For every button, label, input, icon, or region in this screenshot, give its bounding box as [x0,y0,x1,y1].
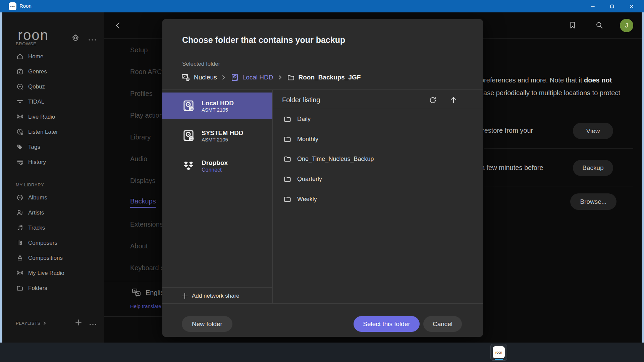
live-radio-icon [16,113,24,121]
plus-icon [181,293,188,299]
select-this-folder-button[interactable]: Select this folder [354,316,420,332]
ellipsis-icon [89,323,97,326]
browse-button[interactable]: Browse... [570,193,616,210]
folder-row-daily[interactable]: Daily [283,112,311,126]
sidebar-item-history[interactable]: History [2,155,104,170]
browse-list: Home Genres Qobuz TIDAL Live Radio Liste… [2,49,104,170]
albums-icon [16,194,24,202]
sidebar-item-live-radio[interactable]: Live Radio [2,109,104,124]
roon-logo: roon [18,27,49,43]
add-playlist-button[interactable] [75,319,82,327]
plus-icon [75,319,82,326]
roon-active-app-icon[interactable]: roon [490,344,507,361]
add-share-divider [162,287,272,288]
sidebar-more-button[interactable] [88,37,97,43]
sidebar-item-tags[interactable]: Tags [2,139,104,155]
genres-icon [16,68,24,76]
my-live-radio-icon [16,269,24,277]
tags-icon [16,143,24,151]
bookmark-icon [568,21,577,29]
selected-folder-label: Selected folder [182,61,220,67]
roon-window: roon Roon roon BROWSE Home [0,0,644,362]
maximize-icon [610,4,614,9]
folder-icon [283,115,292,123]
sidebar-item-albums[interactable]: Albums [2,190,104,205]
add-network-share-button[interactable]: Add network share [181,289,239,303]
playlists-row: PLAYLISTS [16,316,96,330]
hdd-globe-icon [181,99,196,113]
roon-app-icon: roon [9,2,16,10]
hdd-globe-icon [181,129,196,143]
view-button[interactable]: View [573,123,613,139]
sidebar-item-tracks[interactable]: Tracks [2,220,104,235]
hdd-icon [230,73,239,82]
breadcrumb-local-hdd[interactable]: Local HDD [230,73,273,82]
sidebar-item-genres[interactable]: Genres [2,64,104,79]
sidebar-item-qobuz[interactable]: Qobuz [2,79,104,94]
cancel-button[interactable]: Cancel [423,316,462,332]
sidebar-item-tidal[interactable]: TIDAL [2,94,104,109]
folder-row-weekly[interactable]: Weekly [283,192,317,206]
chevron-right-icon [278,75,282,80]
refresh-icon [428,96,437,104]
search-button[interactable] [595,21,604,30]
back-button[interactable] [113,21,123,30]
folder-row-monthly[interactable]: Monthly [283,132,318,146]
qobuz-icon [16,83,24,91]
arrow-up-icon [449,96,458,104]
tidal-icon [16,98,24,106]
close-button[interactable] [624,0,639,12]
folder-icon [283,195,292,203]
help-translate-link[interactable]: Help translate [130,303,161,309]
panel-top-divider [162,89,483,90]
sidebar-item-folders[interactable]: Folders [2,281,104,296]
drive-row-dropbox[interactable]: Dropbox Connect [162,153,272,179]
breadcrumb-nucleus[interactable]: Nucleus [181,73,217,82]
minimize-button[interactable] [585,0,600,12]
sidebar-item-my-live-radio[interactable]: My Live Radio [2,265,104,281]
settings-gear-button[interactable] [71,34,79,43]
chevron-right-icon [43,321,47,325]
folder-icon [287,73,295,82]
sidebar-item-artists[interactable]: Artists [2,205,104,220]
sidebar-item-listen-later[interactable]: Listen Later [2,124,104,139]
history-icon [16,158,24,166]
refresh-button[interactable] [425,93,440,107]
browse-section-label: BROWSE [16,41,36,46]
tracks-icon [16,224,24,232]
breadcrumb: Nucleus Local HDD Roon_Backups_JGF [181,71,361,84]
new-folder-button[interactable]: New folder [182,316,232,332]
dropbox-icon [181,159,196,173]
backup-button[interactable]: Backup [573,160,613,176]
playlists-label[interactable]: PLAYLISTS [16,321,41,326]
folder-icon [283,155,292,163]
window-title: Roon [19,3,32,9]
window-left-edge [0,12,2,343]
listing-header-divider [272,108,483,108]
composers-icon [16,239,24,247]
up-directory-button[interactable] [446,93,461,107]
sidebar-item-compositions[interactable]: Compositions [2,250,104,265]
choose-folder-dialog: Choose folder that contains your backup … [162,19,483,337]
folder-row-one-time-nucleus-backup[interactable]: One_Time_Nucleus_Backup [283,152,374,166]
bookmark-button[interactable] [568,21,578,30]
active-indicator [495,359,503,360]
chevron-right-icon [221,75,226,80]
library-list: Albums Artists Tracks Composers Composit… [2,190,104,296]
drive-row-local-hdd[interactable]: Local HDD ASMT 2105 [162,93,272,119]
playlists-more-button[interactable] [89,321,97,327]
language-divider [104,281,162,281]
breadcrumb-current-folder[interactable]: Roon_Backups_JGF [287,73,361,82]
nucleus-device-icon [181,73,191,82]
profile-avatar[interactable]: J [620,19,633,32]
dropbox-connect-link[interactable]: Connect [202,167,228,173]
backup-info-line1: preferences and more. Note that it does … [480,76,612,84]
sidebar-item-composers[interactable]: Composers [2,235,104,250]
folder-icon [283,135,292,143]
maximize-button[interactable] [604,0,620,12]
sidebar-item-home[interactable]: Home [2,49,104,64]
home-icon [16,53,24,61]
footer-divider [162,303,483,304]
drive-row-system-hdd[interactable]: SYSTEM HDD ASMT 2105 [162,122,272,149]
folder-row-quarterly[interactable]: Quarterly [283,172,322,186]
